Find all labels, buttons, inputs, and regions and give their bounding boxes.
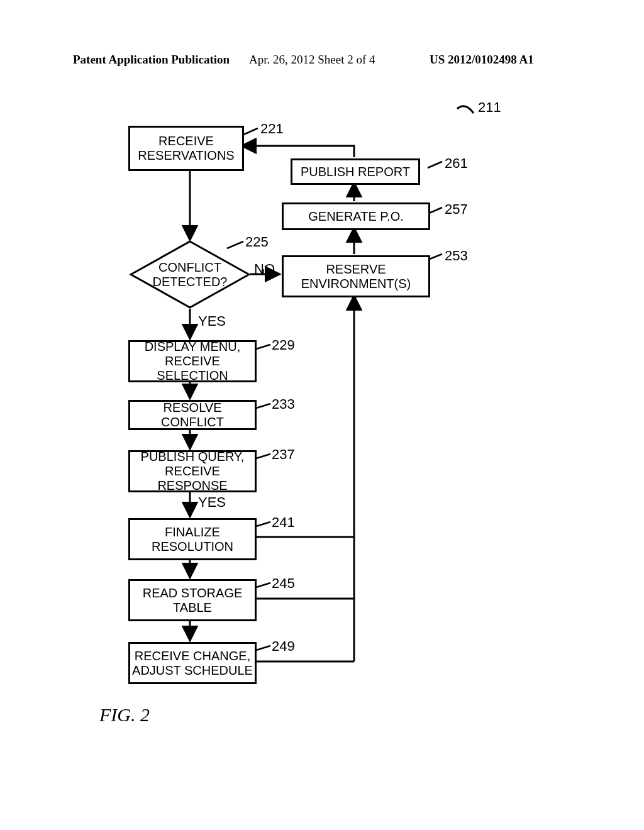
node-receive-change: RECEIVE CHANGE, ADJUST SCHEDULE: [128, 642, 257, 684]
node-label: RESERVE ENVIRONMENT(S): [301, 262, 411, 291]
ref-245: 245: [272, 575, 295, 592]
flow-lines: [0, 0, 644, 830]
figure-ref-211: 211: [478, 99, 501, 116]
node-label: RECEIVE CHANGE, ADJUST SCHEDULE: [132, 649, 253, 678]
node-display-menu: DISPLAY MENU, RECEIVE SELECTION: [128, 340, 257, 382]
node-read-storage-table: READ STORAGE TABLE: [128, 579, 257, 621]
node-label: DISPLAY MENU, RECEIVE SELECTION: [130, 340, 255, 383]
ref-237: 237: [272, 446, 295, 463]
ref-225: 225: [245, 234, 269, 250]
ref-249: 249: [272, 638, 295, 655]
node-label: PUBLISH REPORT: [301, 165, 410, 179]
node-publish-query: PUBLISH QUERY, RECEIVE RESPONSE: [128, 450, 257, 492]
ref-221: 221: [260, 121, 284, 137]
header-left: Patent Application Publication: [73, 53, 230, 67]
node-publish-report: PUBLISH REPORT: [291, 158, 420, 185]
edge-yes-225: YES: [198, 313, 226, 329]
node-label: FINALIZE RESOLUTION: [152, 525, 233, 554]
ref-229: 229: [272, 337, 295, 353]
node-generate-po: GENERATE P.O.: [282, 202, 430, 230]
node-reserve-environments: RESERVE ENVIRONMENT(S): [282, 255, 430, 297]
node-label: PUBLISH QUERY, RECEIVE RESPONSE: [130, 450, 255, 493]
node-label: GENERATE P.O.: [308, 209, 404, 224]
node-label: READ STORAGE TABLE: [143, 586, 243, 615]
node-finalize-resolution: FINALIZE RESOLUTION: [128, 518, 257, 560]
edge-yes-237: YES: [198, 494, 226, 511]
header-center: Apr. 26, 2012 Sheet 2 of 4: [249, 53, 375, 67]
svg-line-0: [242, 128, 258, 135]
node-label: CONFLICT DETECTED?: [153, 260, 228, 289]
node-label: RESOLVE CONFLICT: [130, 401, 255, 429]
node-conflict-detected: CONFLICT DETECTED?: [130, 240, 250, 309]
svg-line-10: [428, 162, 442, 168]
page: Patent Application Publication Apr. 26, …: [0, 0, 644, 830]
header-right: US 2012/0102498 A1: [430, 53, 534, 67]
node-label: RECEIVE RESERVATIONS: [138, 134, 234, 163]
node-receive-reservations: RECEIVE RESERVATIONS: [128, 126, 244, 171]
figure-label: FIG. 2: [99, 704, 150, 726]
ref-257: 257: [445, 201, 468, 218]
ref-233: 233: [272, 396, 295, 412]
ref-261: 261: [445, 155, 468, 172]
ref-253: 253: [445, 248, 468, 264]
ref-241: 241: [272, 514, 295, 531]
node-resolve-conflict: RESOLVE CONFLICT: [128, 400, 257, 430]
edge-no: NO: [254, 261, 275, 277]
